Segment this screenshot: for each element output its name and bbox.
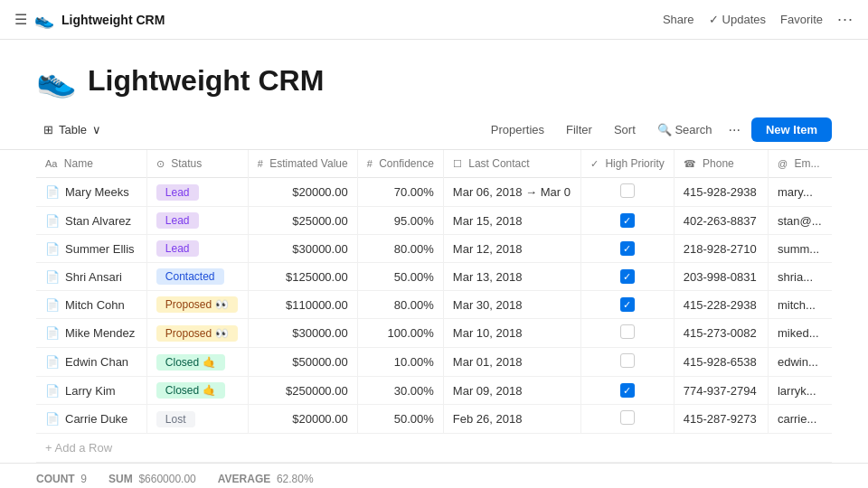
checkbox-checked[interactable]: ✓ xyxy=(620,269,635,284)
table-row[interactable]: 📄 Shri Ansari Contacted $125000.00 50.00… xyxy=(36,263,832,291)
doc-icon: 📄 xyxy=(45,185,60,199)
col-header-value: # Estimated Value xyxy=(248,150,357,178)
checkbox-unchecked[interactable] xyxy=(620,324,635,339)
cell-status: Contacted xyxy=(146,263,248,291)
cell-confidence: 70.00% xyxy=(357,178,443,207)
cell-priority: ✓ xyxy=(581,207,675,235)
filter-button[interactable]: Filter xyxy=(561,119,598,140)
cell-status: Lead xyxy=(146,235,248,263)
cell-priority: ✓ xyxy=(581,235,675,263)
share-button[interactable]: Share xyxy=(663,13,694,26)
cell-email: mary... xyxy=(768,178,832,207)
cell-priority xyxy=(581,405,675,434)
name-value: Mitch Cohn xyxy=(65,298,125,312)
cell-status: Proposed 👀 xyxy=(146,319,248,348)
average-value: 62.80% xyxy=(277,473,314,485)
cell-email: stan@... xyxy=(768,207,832,235)
add-row-label[interactable]: + Add a Row xyxy=(36,434,832,463)
cell-email: carrie... xyxy=(768,405,832,434)
cell-confidence: 80.00% xyxy=(357,291,443,319)
cell-status: Lead xyxy=(146,178,248,207)
app-icon: 👟 xyxy=(34,10,54,30)
table-container: Aa Name ⊙ Status # Estimated Value # Con… xyxy=(0,150,868,463)
checkbox-checked[interactable]: ✓ xyxy=(620,241,635,256)
cell-phone: 774-937-2794 xyxy=(674,377,768,405)
cell-phone: 415-928-2938 xyxy=(674,178,768,207)
cell-name: 📄 Mitch Cohn xyxy=(36,291,146,319)
checkbox-checked[interactable]: ✓ xyxy=(620,213,635,228)
cell-confidence: 50.00% xyxy=(357,263,443,291)
calendar-icon: ☐ xyxy=(453,158,462,169)
cell-email: miked... xyxy=(768,319,832,348)
col-header-confidence: # Confidence xyxy=(357,150,443,178)
cell-email: shria... xyxy=(768,263,832,291)
checkbox-unchecked[interactable] xyxy=(620,353,635,368)
table-row[interactable]: 📄 Edwin Chan Closed 🤙 $50000.00 10.00% M… xyxy=(36,348,832,377)
search-button[interactable]: 🔍 Search xyxy=(652,119,718,140)
cell-confidence: 100.00% xyxy=(357,319,443,348)
doc-icon: 📄 xyxy=(45,384,60,398)
checkbox-unchecked[interactable] xyxy=(620,183,635,198)
cell-phone: 415-273-0082 xyxy=(674,319,768,348)
phone-icon: ☎ xyxy=(684,158,696,169)
cell-phone: 415-928-6538 xyxy=(674,348,768,377)
table-row[interactable]: 📄 Mitch Cohn Proposed 👀 $110000.00 80.00… xyxy=(36,291,832,319)
table-row[interactable]: 📄 Carrie Duke Lost $20000.00 50.00% Feb … xyxy=(36,405,832,434)
table-row[interactable]: 📄 Mike Mendez Proposed 👀 $30000.00 100.0… xyxy=(36,319,832,348)
cell-priority xyxy=(581,178,675,207)
cell-contact: Mar 12, 2018 xyxy=(443,235,580,263)
cell-name: 📄 Edwin Chan xyxy=(36,348,146,377)
cell-confidence: 50.00% xyxy=(357,405,443,434)
checkbox-checked[interactable]: ✓ xyxy=(620,383,635,398)
hamburger-icon[interactable]: ☰ xyxy=(14,11,27,28)
add-row[interactable]: + Add a Row xyxy=(36,434,832,463)
name-value: Summer Ellis xyxy=(65,242,135,256)
cell-phone: 415-228-2938 xyxy=(674,291,768,319)
table-row[interactable]: 📄 Summer Ellis Lead $30000.00 80.00% Mar… xyxy=(36,235,832,263)
col-header-contact: ☐ Last Contact xyxy=(443,150,580,178)
name-value: Edwin Chan xyxy=(65,355,128,369)
table-icon: ⊞ xyxy=(43,123,53,136)
sum-label: SUM $660000.00 xyxy=(108,473,196,485)
col-header-phone: ☎ Phone xyxy=(674,150,768,178)
table-row[interactable]: 📄 Mary Meeks Lead $20000.00 70.00% Mar 0… xyxy=(36,178,832,207)
cell-name: 📄 Stan Alvarez xyxy=(36,207,146,235)
status-icon: ⊙ xyxy=(156,158,165,169)
cell-priority xyxy=(581,319,675,348)
table-row[interactable]: 📄 Stan Alvarez Lead $25000.00 95.00% Mar… xyxy=(36,207,832,235)
new-item-button[interactable]: New Item xyxy=(751,117,832,142)
status-badge: Lead xyxy=(156,212,199,229)
col-header-email: @ Em... xyxy=(768,150,832,178)
updates-button[interactable]: ✓ Updates xyxy=(709,13,766,26)
hash2-icon: # xyxy=(367,158,373,169)
cell-priority: ✓ xyxy=(581,263,675,291)
toolbar-more-button[interactable]: ··· xyxy=(729,122,741,138)
cell-status: Lost xyxy=(146,405,248,434)
caret-down-icon: ∨ xyxy=(92,123,101,136)
text-icon: Aa xyxy=(45,158,57,169)
cell-name: 📄 Larry Kim xyxy=(36,377,146,405)
properties-button[interactable]: Properties xyxy=(486,119,550,140)
favorite-button[interactable]: Favorite xyxy=(780,13,823,26)
cell-contact: Mar 06, 2018 → Mar 0 xyxy=(443,178,580,207)
status-badge: Lead xyxy=(156,240,199,257)
cell-contact: Mar 15, 2018 xyxy=(443,207,580,235)
table-view-button[interactable]: ⊞ Table ∨ xyxy=(36,119,108,140)
page-icon: 👟 xyxy=(36,61,77,99)
doc-icon: 📄 xyxy=(45,242,60,256)
checkbox-unchecked[interactable] xyxy=(620,410,635,425)
page-header: 👟 Lightweight CRM xyxy=(0,40,868,110)
cell-status: Closed 🤙 xyxy=(146,348,248,377)
crm-table: Aa Name ⊙ Status # Estimated Value # Con… xyxy=(36,150,832,463)
status-badge: Lost xyxy=(156,411,195,427)
checkbox-checked[interactable]: ✓ xyxy=(620,297,635,312)
name-value: Mary Meeks xyxy=(65,185,129,199)
status-badge: Lead xyxy=(156,184,199,201)
cell-email: summ... xyxy=(768,235,832,263)
table-row[interactable]: 📄 Larry Kim Closed 🤙 $250000.00 30.00% M… xyxy=(36,377,832,405)
cell-value: $250000.00 xyxy=(248,377,357,405)
nav-more-button[interactable]: ··· xyxy=(837,10,854,29)
sort-button[interactable]: Sort xyxy=(609,119,641,140)
cell-name: 📄 Mike Mendez xyxy=(36,319,146,348)
cell-contact: Mar 10, 2018 xyxy=(443,319,580,348)
